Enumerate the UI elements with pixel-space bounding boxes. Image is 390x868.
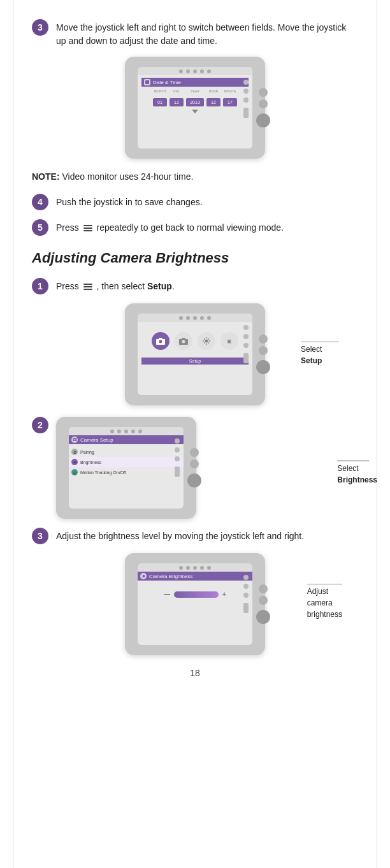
adjust-callout-line3: brightness — [307, 610, 342, 619]
setup-dot-3 — [193, 316, 197, 320]
adjust-callout-line1: Adjust — [307, 587, 328, 596]
year-val: 2013 — [186, 98, 204, 106]
setup-callout-bold: Setup — [301, 356, 322, 365]
setup-device: ▣ Setup — [125, 303, 265, 405]
setup-scroll — [243, 353, 249, 363]
svg-point-3 — [142, 575, 145, 577]
setup-icon-2 — [243, 334, 249, 339]
dot-1 — [179, 69, 183, 73]
adjust-callout-line — [307, 584, 342, 584]
setup-dot-5 — [207, 316, 211, 320]
setup-callout: Select Setup — [301, 342, 339, 366]
setup-right-btn-2 — [259, 346, 268, 355]
margin-line-left — [13, 0, 13, 868]
setup-screen: ▣ Setup — [138, 314, 252, 395]
cam-setup-right-controls — [187, 448, 201, 488]
note-block: NOTE: Video monitor uses 24-hour time. — [32, 170, 358, 184]
callout-line-1 — [301, 342, 339, 342]
cam-brightness-device: Camera Brightness — + — [125, 553, 265, 655]
cam-brightness-title-bar: Camera Brightness — [138, 572, 252, 581]
camera-setup-device: Camera Setup ⚙ Pairing ☀ Brightness — [56, 417, 196, 519]
icon-cam-purple — [152, 332, 170, 350]
step-circle-1-brightness: 1 — [32, 278, 48, 294]
cam-setup-dots — [69, 427, 184, 435]
datetime-title: Date & Time — [153, 80, 181, 85]
cam-row-brightness-text: Brightness — [80, 460, 101, 465]
step-circle-3-top: 3 — [32, 19, 48, 36]
step-3-top: 3 Move the joystick left and right to sw… — [32, 19, 358, 48]
device-right-controls — [256, 88, 270, 127]
setup-label: Setup — [141, 358, 249, 365]
step-circle-3-brightness: 3 — [32, 528, 48, 544]
step1-period: . — [172, 281, 175, 291]
step1-middle: , then select — [97, 281, 145, 291]
date-values-row: 01 12 2013 12 17 — [141, 98, 249, 106]
month-label: MONTH — [153, 89, 167, 93]
note-text: Video monitor uses 24-hour time. — [62, 171, 193, 182]
setup-callout-line1: Select — [301, 345, 322, 354]
datetime-screen: Date & Time MONTH DAY YEAR HOUR MINUTE — [138, 67, 252, 148]
step-circle-2-brightness: 2 — [32, 417, 48, 433]
brightness-right-icons — [243, 575, 249, 613]
step-circle-5: 5 — [32, 219, 48, 236]
brightness-callout: Select Brightness — [337, 461, 377, 486]
datetime-title-bar: Date & Time — [141, 78, 249, 87]
screen-scroll — [243, 108, 249, 118]
adjust-brightness-callout: Adjust camera brightness — [307, 584, 342, 620]
month-val: 01 — [153, 98, 167, 106]
icon-btn-gear — [198, 332, 215, 350]
cam-row-pairing: ⚙ Pairing — [69, 447, 184, 457]
dot-2 — [186, 69, 190, 73]
adjust-callout-line2: camera — [307, 598, 333, 607]
step-4: 4 Push the joystick in to save changes. — [32, 194, 358, 210]
camera-setup-screen: Camera Setup ⚙ Pairing ☀ Brightness — [69, 427, 184, 509]
icon-btn-purple — [152, 332, 170, 350]
step-1-brightness-text: Press , then select Setup. — [56, 278, 175, 293]
hour-val: 12 — [206, 98, 220, 106]
step1-setup-bold: Setup — [147, 281, 172, 291]
dot-5 — [207, 69, 211, 73]
cam-setup-right-icons — [175, 438, 180, 477]
setup-icons-row: ▣ — [141, 326, 249, 356]
brightness-control-row: — + — [138, 583, 252, 605]
setup-icon-3 — [243, 343, 249, 348]
svg-point-2 — [74, 439, 75, 440]
setup-right-icons — [243, 325, 249, 363]
step-5: 5 Press repeatedly to get back to normal… — [32, 219, 358, 236]
step-3-brightness-text: Adjust the brightness level by moving th… — [56, 528, 304, 543]
svg-point-0 — [205, 340, 208, 343]
step-5-hamburger-icon — [83, 224, 92, 233]
step-2-brightness-row: 2 — [32, 417, 358, 519]
brightness-screen-dots — [138, 563, 252, 572]
day-val: 12 — [170, 98, 184, 106]
cam-row-motion: ◎ Motion Tracking On/Off — [69, 467, 184, 477]
step-4-text: Push the joystick in to save changes. — [56, 194, 203, 209]
icon-cam-outline — [175, 332, 192, 350]
cam-row-motion-text: Motion Tracking On/Off — [80, 470, 126, 475]
screen-right-icons — [243, 80, 249, 118]
step-5-text: Press repeatedly to get back to normal v… — [56, 219, 284, 235]
minute-label: MINUTE — [223, 89, 237, 93]
step-1-brightness: 1 Press , then select Setup. — [32, 278, 358, 294]
screen-icon-3 — [243, 98, 249, 103]
brightness-callout-bold: Brightness — [337, 475, 377, 484]
icon-cam2: ▣ — [220, 332, 238, 350]
row-icon-motion: ◎ — [71, 469, 78, 475]
margin-line-right — [377, 0, 377, 868]
cam-setup-rows: ⚙ Pairing ☀ Brightness ◎ Motion Tracking… — [69, 447, 184, 477]
screen-icon-1 — [243, 80, 249, 85]
setup-icons-area: ▣ Setup — [138, 322, 252, 368]
right-btn-2 — [259, 99, 268, 108]
minute-val: 17 — [223, 98, 237, 106]
dot-3 — [193, 69, 197, 73]
step-circle-4: 4 — [32, 194, 48, 210]
icon-btn-camera — [175, 332, 192, 350]
brightness-bar — [174, 591, 219, 598]
brightness-minus: — — [164, 591, 170, 598]
setup-right-controls — [256, 335, 270, 374]
step-3-top-text: Move the joystick left and right to swit… — [56, 19, 358, 48]
section-heading: Adjusting Camera Brightness — [32, 250, 358, 266]
step-2-device-area: Camera Setup ⚙ Pairing ☀ Brightness — [56, 417, 358, 519]
datetime-device-wrapper: Date & Time MONTH DAY YEAR HOUR MINUTE — [32, 57, 358, 159]
setup-device-section: ▣ Setup — [32, 303, 358, 405]
